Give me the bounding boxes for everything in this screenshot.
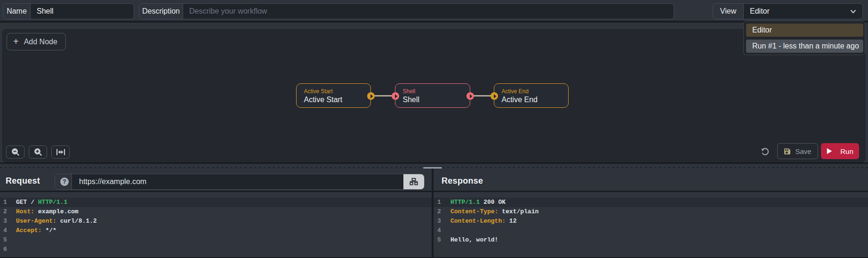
svg-text:?: ?: [63, 178, 66, 185]
